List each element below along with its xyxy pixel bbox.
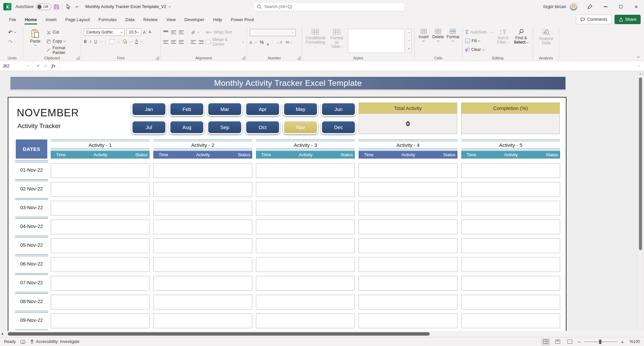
increase-indent-icon[interactable] — [199, 40, 204, 44]
paste-button[interactable]: Paste — [26, 27, 45, 55]
macro-record-icon[interactable] — [20, 340, 25, 344]
activity-cell[interactable] — [256, 220, 355, 234]
activity-cell[interactable] — [153, 295, 252, 309]
zoom-out-icon[interactable]: − — [578, 339, 581, 345]
month-button-feb[interactable]: Feb — [169, 102, 204, 116]
activity-cell[interactable] — [461, 163, 560, 178]
page-layout-view-button[interactable] — [553, 338, 562, 345]
zoom-level[interactable]: %100 — [627, 339, 640, 344]
activity-cell[interactable] — [51, 163, 150, 178]
formula-input[interactable] — [60, 61, 634, 71]
increase-decimal-icon[interactable]: ←.0 — [276, 41, 282, 44]
date-cell[interactable]: 05-Nov-22 — [15, 236, 48, 254]
collapse-ribbon-icon[interactable] — [637, 55, 640, 58]
document-title[interactable]: Monthly Activity Tracker Excel Template_… — [85, 4, 170, 9]
underline-dropdown-icon[interactable] — [100, 40, 102, 42]
activity-cell[interactable] — [359, 313, 458, 328]
date-cell[interactable]: 06-Nov-22 — [15, 254, 48, 273]
comma-style-button[interactable]: , — [267, 41, 269, 44]
activity-cell[interactable] — [359, 238, 458, 253]
tab-review[interactable]: Review — [139, 13, 162, 25]
paste-dropdown-icon[interactable] — [34, 44, 36, 46]
month-button-jan[interactable]: Jan — [131, 102, 166, 116]
activity-cell[interactable] — [153, 238, 252, 253]
analyze-data-button[interactable]: AnalyzeData — [536, 27, 556, 55]
horizontal-scrollbar[interactable] — [0, 331, 644, 337]
activity-cell[interactable] — [461, 182, 560, 197]
month-button-may[interactable]: May — [283, 102, 318, 116]
zoom-in-icon[interactable]: + — [621, 339, 624, 345]
autosum-button[interactable]: Σ AutoSum — [465, 29, 493, 36]
activity-cell[interactable] — [153, 257, 252, 272]
quick-access-more-icon[interactable] — [73, 2, 80, 11]
font-dialog-launcher[interactable] — [156, 56, 159, 60]
name-box[interactable] — [0, 61, 32, 71]
activity-cell[interactable] — [256, 313, 355, 328]
align-center-icon[interactable] — [171, 40, 176, 44]
cell-styles-gallery[interactable] — [348, 29, 405, 53]
month-button-dec[interactable]: Dec — [321, 120, 356, 134]
borders-icon[interactable] — [109, 39, 115, 44]
number-dialog-launcher[interactable] — [297, 56, 301, 60]
align-middle-icon[interactable] — [171, 31, 176, 34]
date-cell[interactable]: 02-Nov-22 — [15, 179, 48, 198]
tab-insert[interactable]: Insert — [41, 13, 61, 25]
restore-button[interactable] — [613, 0, 629, 13]
date-cell[interactable]: 01-Nov-22 — [15, 161, 48, 179]
activity-cell[interactable] — [359, 257, 458, 272]
format-painter-button[interactable]: Format Painter — [47, 47, 78, 54]
tab-home[interactable]: Home — [20, 13, 41, 25]
expand-formula-bar-icon[interactable] — [634, 61, 644, 71]
title-dropdown-icon[interactable] — [168, 5, 171, 7]
tab-power-pivot[interactable]: Power Pivot — [226, 13, 258, 25]
activity-cell[interactable] — [153, 182, 252, 197]
date-cell[interactable]: 07-Nov-22 — [15, 273, 48, 292]
page-break-view-button[interactable] — [566, 338, 574, 345]
worksheet-area[interactable]: Monthly Activity Tracker Excel Template … — [0, 71, 644, 331]
percent-style-button[interactable]: % — [260, 40, 264, 45]
cancel-icon[interactable]: ✕ — [36, 63, 40, 68]
decrease-indent-icon[interactable] — [191, 40, 196, 44]
cell-reference-input[interactable] — [3, 64, 21, 68]
sort-filter-button[interactable]: AZ Sort &Filter — [495, 27, 511, 55]
month-button-jul[interactable]: Jul — [131, 120, 166, 134]
insert-function-icon[interactable]: fx — [52, 63, 56, 69]
align-top-icon[interactable] — [163, 31, 168, 34]
activity-cell[interactable] — [256, 201, 355, 216]
cursor-tool-icon[interactable] — [63, 2, 73, 11]
activity-cell[interactable] — [153, 220, 252, 234]
wrap-text-button[interactable]: ab↩ Wrap Text — [206, 29, 244, 36]
activity-cell[interactable] — [51, 220, 150, 234]
activity-cell[interactable] — [153, 276, 252, 291]
activity-cell[interactable] — [51, 295, 150, 309]
zoom-slider-thumb[interactable] — [599, 340, 601, 344]
activity-cell[interactable] — [461, 257, 560, 272]
activity-cell[interactable] — [51, 182, 150, 197]
tab-help[interactable]: Help — [209, 13, 226, 25]
find-select-button[interactable]: Find &Select — [513, 27, 529, 55]
redo-button[interactable]: ↷ — [8, 39, 16, 45]
activity-cell[interactable] — [256, 163, 355, 178]
delete-cells-button[interactable]: Delete — [432, 27, 444, 55]
activity-cell[interactable] — [256, 276, 355, 291]
activity-cell[interactable] — [51, 313, 150, 328]
activity-cell[interactable] — [359, 163, 458, 178]
fill-color-icon[interactable] — [122, 39, 127, 45]
tab-file[interactable]: File — [5, 13, 20, 25]
activity-cell[interactable] — [153, 163, 252, 178]
orientation-icon[interactable]: ab — [190, 30, 196, 35]
date-cell[interactable]: 04-Nov-22 — [15, 217, 48, 236]
decrease-decimal-icon[interactable]: .00→ — [285, 41, 292, 44]
activity-cell[interactable] — [51, 238, 150, 253]
tab-developer[interactable]: Developer — [180, 13, 209, 25]
enter-icon[interactable]: ✓ — [44, 63, 48, 68]
date-cell[interactable]: 08-Nov-22 — [15, 292, 48, 311]
activity-cell[interactable] — [359, 220, 458, 234]
gallery-spinner[interactable] — [407, 29, 412, 53]
activity-cell[interactable] — [461, 201, 560, 216]
zoom-slider[interactable] — [584, 342, 618, 342]
format-cells-button[interactable]: Format — [446, 27, 460, 55]
activity-cell[interactable] — [359, 182, 458, 197]
increase-font-icon[interactable]: A^ — [143, 30, 147, 35]
merge-center-button[interactable]: Merge & Center — [206, 39, 244, 45]
